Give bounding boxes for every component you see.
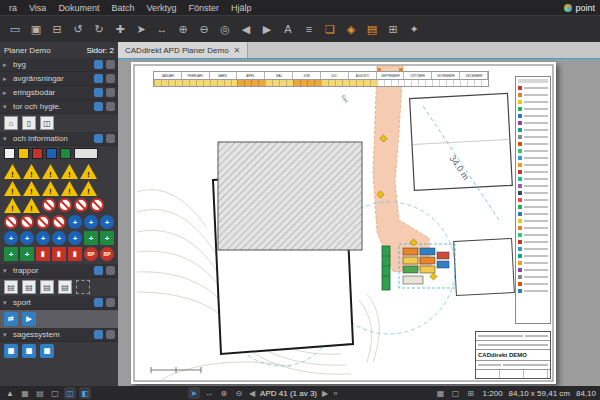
- mandatory-sign-icon[interactable]: +: [84, 215, 98, 229]
- first-aid-sign-icon[interactable]: +: [20, 247, 34, 261]
- transport-symbol-icon[interactable]: ▶: [22, 312, 36, 326]
- sidebar-section-header[interactable]: ▾ tor och hygie.: [0, 100, 118, 114]
- first-aid-sign-icon[interactable]: +: [4, 247, 18, 261]
- filter-white-icon[interactable]: [4, 148, 15, 159]
- stairs-symbol-icon[interactable]: ▤: [22, 280, 36, 294]
- prohibition-sign-icon[interactable]: [58, 198, 72, 212]
- filter-green-icon[interactable]: [60, 148, 71, 159]
- section-action-icon[interactable]: [94, 298, 103, 307]
- sidebar-section-header[interactable]: ▾ och information: [0, 132, 118, 146]
- add-icon[interactable]: ✚: [111, 20, 129, 38]
- menu-item[interactable]: ra: [4, 3, 22, 13]
- mandatory-sign-icon[interactable]: +: [52, 231, 66, 245]
- first-aid-sign-icon[interactable]: +: [100, 231, 114, 245]
- prohibition-sign-icon[interactable]: [36, 215, 50, 229]
- prohibition-sign-icon[interactable]: [74, 198, 88, 212]
- grid-icon[interactable]: ▦: [435, 387, 447, 399]
- warning-sign-icon[interactable]: !: [80, 181, 97, 196]
- undo-icon[interactable]: ↺: [69, 20, 87, 38]
- zoom-in-icon[interactable]: ⊕: [174, 20, 192, 38]
- settings-icon[interactable]: ✦: [405, 20, 423, 38]
- mandatory-sign-icon[interactable]: +: [36, 231, 50, 245]
- section-action-icon[interactable]: [94, 74, 103, 83]
- prohibition-sign-icon[interactable]: [42, 198, 56, 212]
- previous-page-icon[interactable]: ◀: [249, 389, 255, 398]
- menu-item[interactable]: Hjälp: [226, 3, 257, 13]
- section-action-icon[interactable]: [106, 88, 115, 97]
- mandatory-sign-icon[interactable]: +: [68, 231, 82, 245]
- washroom-symbol-icon[interactable]: ◫: [40, 116, 54, 130]
- sidebar-section-header[interactable]: ▸ avgränsningar: [0, 72, 118, 86]
- next-page-icon[interactable]: ▶: [258, 20, 276, 38]
- select-tool-icon[interactable]: ➤: [188, 387, 200, 399]
- section-action-icon[interactable]: [94, 330, 103, 339]
- mandatory-sign-icon[interactable]: +: [68, 215, 82, 229]
- warning-sign-icon[interactable]: !: [4, 198, 21, 213]
- fire-equipment-sign-icon[interactable]: ▮: [36, 247, 50, 261]
- two-page-view-icon[interactable]: ◫: [64, 387, 76, 399]
- section-action-icon[interactable]: [106, 330, 115, 339]
- warning-sign-icon[interactable]: !: [23, 164, 40, 179]
- mandatory-sign-icon[interactable]: +: [100, 215, 114, 229]
- rail-system-symbol-icon[interactable]: ▦: [4, 344, 18, 358]
- document-tab[interactable]: CADdirekt APD Planer Demo ✕: [118, 42, 248, 58]
- symbols-icon[interactable]: ◈: [342, 20, 360, 38]
- filter-yellow-icon[interactable]: [18, 148, 29, 159]
- zoom-in-icon[interactable]: ⊕: [218, 387, 230, 399]
- warning-sign-icon[interactable]: !: [61, 181, 78, 196]
- stairs-symbol-icon[interactable]: ▤: [58, 280, 72, 294]
- drawing-canvas[interactable]: 34.0 m Sk4: [118, 58, 600, 386]
- page-icon[interactable]: ▢: [450, 387, 462, 399]
- warning-sign-icon[interactable]: !: [61, 164, 78, 179]
- pan-icon[interactable]: ↔: [153, 20, 171, 38]
- palette-icon[interactable]: ▤: [363, 20, 381, 38]
- section-action-icon[interactable]: [94, 266, 103, 275]
- gas-sign-icon[interactable]: BP: [100, 247, 114, 261]
- gas-sign-icon[interactable]: BP: [84, 247, 98, 261]
- fire-equipment-sign-icon[interactable]: ▮: [52, 247, 66, 261]
- rail-system-symbol-icon[interactable]: ▦: [22, 344, 36, 358]
- stairs-symbol-icon[interactable]: ▤: [40, 280, 54, 294]
- zoom-level[interactable]: 1:200: [483, 389, 503, 398]
- zoom-out-icon[interactable]: ⊖: [195, 20, 213, 38]
- sidebar-section-header[interactable]: ▾ sport: [0, 296, 118, 310]
- warning-sign-icon[interactable]: !: [42, 181, 59, 196]
- filter-red-icon[interactable]: [32, 148, 43, 159]
- sidebar-section-header[interactable]: ▾ sagessystem: [0, 328, 118, 342]
- thumbnails-view-icon[interactable]: ▦: [19, 387, 31, 399]
- print-icon[interactable]: ⊟: [48, 20, 66, 38]
- zoom-extents-icon[interactable]: ◎: [216, 20, 234, 38]
- menu-item[interactable]: Batch: [106, 3, 139, 13]
- mandatory-sign-icon[interactable]: +: [20, 231, 34, 245]
- warning-sign-icon[interactable]: !: [80, 164, 97, 179]
- transport-symbol-icon[interactable]: ⇄: [4, 312, 18, 326]
- section-action-icon[interactable]: [106, 298, 115, 307]
- fire-equipment-sign-icon[interactable]: ▮: [68, 247, 82, 261]
- section-action-icon[interactable]: [106, 102, 115, 111]
- open-icon[interactable]: ▭: [6, 20, 24, 38]
- previous-page-icon[interactable]: ◀: [237, 20, 255, 38]
- empty-slot[interactable]: [76, 280, 90, 294]
- pan-tool-icon[interactable]: ↔: [203, 387, 215, 399]
- last-page-icon[interactable]: »: [333, 389, 337, 398]
- warning-sign-icon[interactable]: !: [23, 181, 40, 196]
- tile-icon[interactable]: ⊞: [465, 387, 477, 399]
- menu-item[interactable]: Fönster: [183, 3, 224, 13]
- warning-sign-icon[interactable]: !: [4, 181, 21, 196]
- toilet-symbol-icon[interactable]: ▯: [22, 116, 36, 130]
- sidebar-section-header[interactable]: ▾ trappor: [0, 264, 118, 278]
- redo-icon[interactable]: ↻: [90, 20, 108, 38]
- warning-sign-icon[interactable]: !: [23, 198, 40, 213]
- menu-item[interactable]: Dokument: [53, 3, 104, 13]
- section-action-icon[interactable]: [106, 134, 115, 143]
- collapse-panel-icon[interactable]: ▲: [4, 387, 16, 399]
- tab-close-icon[interactable]: ✕: [234, 46, 241, 55]
- section-action-icon[interactable]: [94, 102, 103, 111]
- sidebar-section-header[interactable]: ▸ eringsbodar: [0, 86, 118, 100]
- save-icon[interactable]: ▣: [27, 20, 45, 38]
- menu-item[interactable]: Visa: [24, 3, 51, 13]
- zoom-out-icon[interactable]: ⊖: [233, 387, 245, 399]
- section-action-icon[interactable]: [94, 134, 103, 143]
- layers-icon[interactable]: ≡: [300, 20, 318, 38]
- filter-all-button[interactable]: [74, 148, 98, 159]
